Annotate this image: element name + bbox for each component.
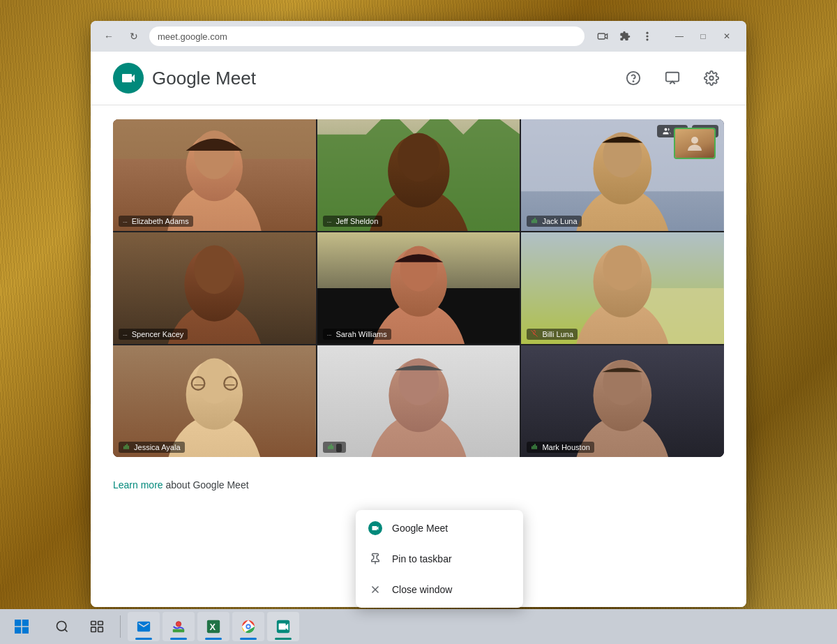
- svg-point-32: [194, 245, 234, 294]
- browser-titlebar: ← ↻ meet.google.com: [91, 21, 746, 52]
- svg-rect-27: [535, 218, 536, 223]
- context-app-name: Google Meet: [392, 523, 448, 534]
- svg-line-74: [65, 629, 68, 632]
- svg-rect-68: [535, 444, 536, 449]
- video-grid: ··· Elizabeth Adams: [113, 119, 724, 457]
- svg-rect-75: [91, 622, 96, 625]
- video-cell-5: ··· Sarah Williams: [317, 232, 520, 344]
- context-menu: Google Meet Pin to taskbar Close window: [356, 510, 523, 608]
- svg-rect-59: [329, 445, 330, 449]
- svg-text:X: X: [210, 622, 216, 632]
- self-view: [674, 128, 716, 159]
- svg-rect-60: [331, 444, 331, 449]
- meet-logo-icon: [113, 63, 144, 93]
- context-menu-item-app[interactable]: Google Meet: [356, 513, 523, 544]
- svg-point-14: [194, 130, 234, 179]
- svg-point-2: [646, 35, 648, 37]
- context-pin-label: Pin to taskbar: [392, 553, 452, 564]
- taskbar-start-button[interactable]: [6, 612, 38, 641]
- participant-name-4: ··· Spencer Kacey: [119, 329, 188, 340]
- video-cell-9: Mark Houston: [521, 345, 724, 457]
- video-grid-wrapper: 10 1: [113, 119, 724, 457]
- svg-rect-58: [328, 447, 329, 449]
- svg-rect-81: [173, 629, 185, 633]
- meet-logo: Google Meet: [113, 63, 256, 93]
- video-cell-8: [317, 345, 520, 457]
- svg-point-19: [398, 133, 439, 182]
- participant-name-8: [323, 442, 346, 453]
- taskbar-search-button[interactable]: [46, 612, 78, 641]
- svg-point-47: [196, 358, 233, 403]
- svg-rect-6: [666, 73, 679, 82]
- svg-rect-53: [128, 446, 129, 449]
- svg-rect-69: [536, 446, 537, 449]
- svg-rect-61: [332, 446, 333, 449]
- svg-point-57: [398, 358, 439, 405]
- participant-name-1: ··· Elizabeth Adams: [119, 216, 193, 227]
- video-cell-2: ··· Jeff Sheldon: [317, 119, 520, 231]
- video-cell-6: Billi Luna: [521, 232, 724, 344]
- svg-point-8: [664, 128, 667, 131]
- participant-name-2: ··· Jeff Sheldon: [323, 216, 383, 227]
- toolbar-icons: [593, 27, 657, 46]
- svg-point-37: [400, 246, 437, 292]
- participant-name-8-label: [336, 444, 342, 452]
- camera-toolbar-icon[interactable]: [593, 27, 612, 46]
- settings-icon[interactable]: [699, 66, 724, 91]
- context-meet-icon: [368, 521, 382, 535]
- feedback-icon[interactable]: [660, 66, 685, 91]
- svg-point-73: [57, 622, 66, 631]
- svg-point-42: [603, 245, 642, 290]
- minimize-button[interactable]: —: [668, 27, 691, 46]
- svg-line-43: [531, 330, 538, 336]
- svg-rect-51: [125, 445, 126, 449]
- context-menu-item-close[interactable]: Close window: [356, 574, 523, 605]
- taskbar-separator: [120, 615, 121, 638]
- svg-point-87: [247, 625, 250, 628]
- svg-rect-28: [536, 220, 537, 223]
- taskbar-excel-button[interactable]: X: [197, 612, 229, 641]
- back-button[interactable]: ←: [99, 27, 119, 46]
- context-menu-item-pin[interactable]: Pin to taskbar: [356, 544, 523, 574]
- meet-header: Google Meet: [91, 52, 746, 105]
- learn-more-bar: Learn more about Google Meet: [91, 471, 746, 499]
- taskbar-chrome-button[interactable]: [232, 612, 264, 641]
- participant-name-9: Mark Houston: [527, 442, 594, 453]
- svg-point-9: [691, 137, 698, 144]
- close-window-icon: [368, 583, 382, 597]
- svg-rect-0: [598, 33, 605, 39]
- svg-point-7: [709, 76, 714, 80]
- taskbar-paint-button[interactable]: [163, 612, 195, 641]
- video-cell-1: ··· Elizabeth Adams: [113, 119, 316, 231]
- video-cell-7: Jessica Ayala: [113, 345, 316, 457]
- svg-rect-66: [532, 447, 533, 449]
- address-text: meet.google.com: [158, 31, 227, 42]
- address-bar[interactable]: meet.google.com: [149, 27, 585, 46]
- participant-name-3: Jack Luna: [527, 216, 581, 227]
- svg-point-1: [646, 32, 648, 34]
- context-close-label: Close window: [392, 584, 452, 595]
- taskbar-taskview-button[interactable]: [81, 612, 113, 641]
- meet-logo-text: Google Meet: [152, 68, 256, 89]
- meet-header-icons: [621, 66, 724, 91]
- svg-rect-26: [534, 219, 534, 223]
- video-cell-4: ··· Spencer Kacey: [113, 232, 316, 344]
- svg-rect-52: [126, 444, 127, 449]
- taskbar-mail-button[interactable]: [128, 612, 160, 641]
- taskbar: X: [0, 609, 837, 644]
- help-icon[interactable]: [621, 66, 646, 91]
- maximize-button[interactable]: □: [692, 27, 714, 46]
- more-menu-icon[interactable]: [638, 27, 657, 46]
- svg-point-3: [646, 38, 648, 40]
- window-controls: — □ ✕: [668, 27, 738, 46]
- participant-name-5: ··· Sarah Williams: [323, 329, 391, 340]
- refresh-button[interactable]: ↻: [124, 27, 144, 46]
- taskbar-meet-button[interactable]: [267, 612, 299, 641]
- svg-rect-25: [532, 220, 533, 223]
- participant-name-6: Billi Luna: [527, 329, 578, 340]
- learn-more-suffix: about Google Meet: [165, 479, 248, 491]
- extensions-icon[interactable]: [615, 27, 635, 46]
- learn-more-link[interactable]: Learn more: [113, 479, 163, 491]
- close-button[interactable]: ✕: [716, 27, 738, 46]
- svg-rect-78: [98, 627, 103, 632]
